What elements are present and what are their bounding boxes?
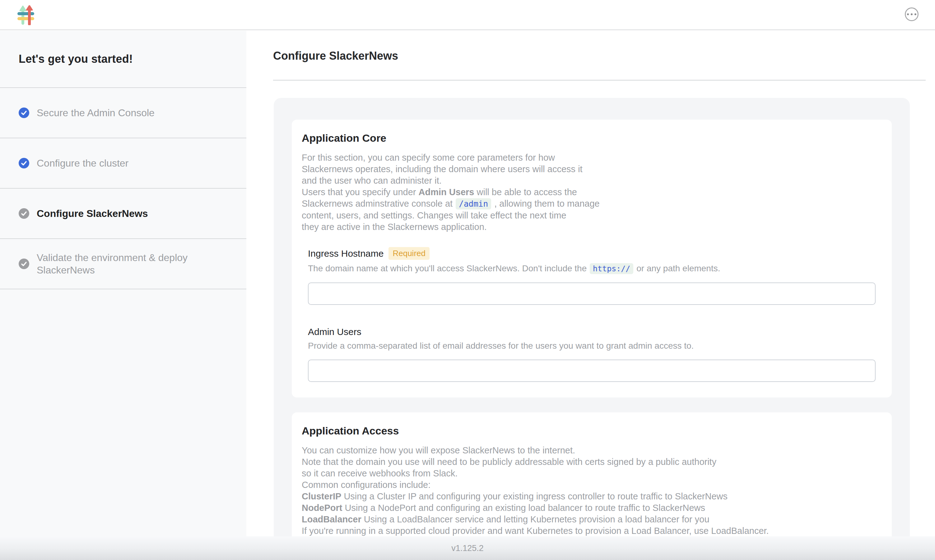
step-label: Configure SlackerNews (37, 207, 148, 220)
paragraph-line: You can customize how you will expose Sl… (302, 445, 882, 456)
paragraph-line: If you're running in a supported cloud p… (302, 525, 882, 537)
required-badge: Required (389, 247, 430, 260)
step-label: Configure the cluster (37, 157, 128, 169)
check-circle-icon (19, 108, 29, 118)
title-divider (273, 80, 926, 80)
paragraph-line: Common configurations include: (302, 479, 882, 491)
paragraph-line: so it can receive webhooks from Slack. (302, 468, 882, 479)
sidebar-heading: Let's get you started! (19, 52, 133, 66)
ellipsis-icon (907, 13, 916, 15)
slackernews-logo (17, 5, 34, 25)
paragraph-line: For this section, you can specify some c… (302, 152, 882, 163)
paragraph-line: Slackernews adminstrative console at /ad… (302, 198, 882, 210)
paragraph-line: content, users, and settings. Changes wi… (302, 210, 882, 221)
setup-step-validate-the-environment-deploy-slackernews[interactable]: Validate the environment & deploy Slacke… (0, 239, 246, 289)
section-application-core: Application Core For this section, you c… (292, 120, 892, 397)
check-circle-icon (19, 158, 29, 168)
setup-step-secure-the-admin-console[interactable]: Secure the Admin Console (0, 88, 246, 138)
step-label: Secure the Admin Console (37, 106, 154, 119)
ingress-hostname-input[interactable] (308, 283, 876, 305)
paragraph-line: they are active in the Slackernews appli… (302, 221, 882, 233)
section-heading: Application Core (302, 132, 882, 145)
version-label: v1.125.2 (451, 543, 484, 553)
field-ingress-hostname: Ingress HostnameRequiredThe domain name … (308, 247, 876, 305)
setup-steps: Secure the Admin ConsoleConfigure the cl… (0, 88, 246, 289)
section-description: For this section, you can specify some c… (302, 152, 882, 233)
paragraph-line: ClusterIP Using a Cluster IP and configu… (302, 491, 882, 502)
paragraph-line: NodePort Using a NodePort and configurin… (302, 502, 882, 514)
config-panel: Application Core For this section, you c… (274, 98, 910, 560)
field-label: Ingress Hostname (308, 248, 384, 259)
paragraph-line: Users that you specify under Admin Users… (302, 186, 882, 198)
paragraph-line: Note that the domain you use will need t… (302, 456, 882, 468)
field-help-text: Provide a comma-separated list of email … (308, 340, 876, 351)
check-circle-icon (19, 258, 29, 269)
section-description: You can customize how you will expose Sl… (302, 445, 882, 537)
field-admin-users: Admin UsersProvide a comma-separated lis… (308, 327, 876, 382)
menu-button[interactable] (905, 8, 918, 21)
step-label: Validate the environment & deploy Slacke… (37, 251, 205, 276)
field-label: Admin Users (308, 327, 361, 337)
setup-step-configure-slackernews[interactable]: Configure SlackerNews (0, 189, 246, 239)
main-content: Configure SlackerNews Application Core F… (246, 31, 935, 560)
top-bar (0, 0, 935, 30)
section-fields: Ingress HostnameRequiredThe domain name … (302, 247, 882, 382)
paragraph-line: Slackernews operates, including the doma… (302, 163, 882, 175)
paragraph-line: and the user who can administer it. (302, 175, 882, 186)
setup-step-configure-the-cluster[interactable]: Configure the cluster (0, 138, 246, 189)
admin-users-input[interactable] (308, 360, 876, 382)
footer: v1.125.2 (0, 536, 935, 560)
field-help-text: The domain name at which you'll access S… (308, 263, 876, 274)
sidebar: Let's get you started! Secure the Admin … (0, 31, 246, 560)
sidebar-heading-block: Let's get you started! (0, 31, 246, 88)
check-circle-icon (19, 208, 29, 219)
paragraph-line: LoadBalancer Using a LoadBalancer servic… (302, 514, 882, 525)
section-heading: Application Access (302, 425, 882, 437)
section-application-access: Application Access You can customize how… (292, 412, 892, 552)
page-title: Configure SlackerNews (273, 49, 926, 64)
